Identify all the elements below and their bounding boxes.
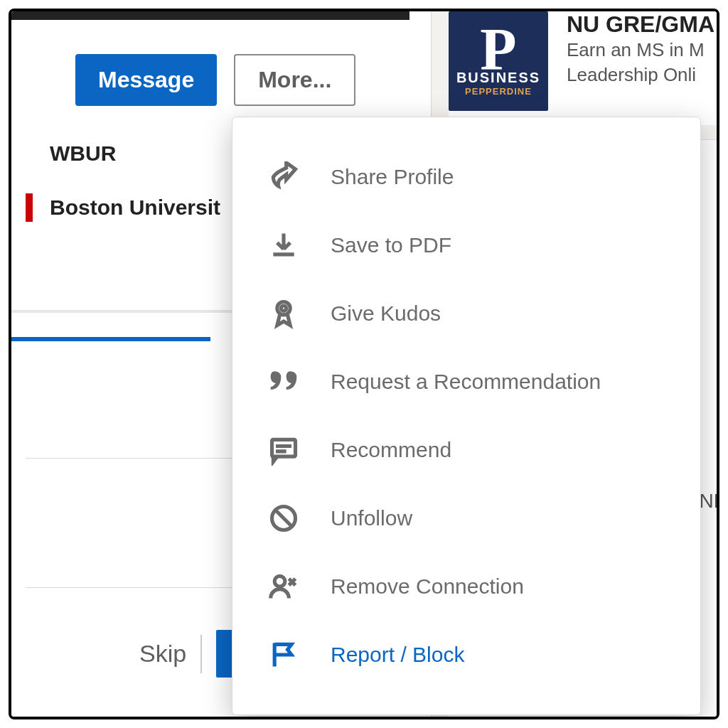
remove-user-icon [268, 571, 299, 602]
svg-point-1 [281, 306, 286, 311]
flag-icon [268, 639, 299, 670]
more-button[interactable]: More... [234, 54, 355, 106]
download-icon [268, 230, 299, 261]
ad-line: Earn an MS in M [567, 38, 714, 63]
org-logo-icon [26, 193, 33, 222]
menu-label: Remove Connection [331, 574, 524, 599]
ad-logo-subtext: PEPPERDINE [465, 86, 532, 97]
quote-icon [268, 366, 299, 397]
menu-label: Request a Recommendation [331, 370, 601, 394]
skip-button[interactable]: Skip [139, 640, 186, 668]
header-strip [11, 11, 410, 20]
org-name: WBUR [50, 141, 116, 166]
app-frame: Message More... WBUR Boston Universit Sk… [9, 9, 719, 719]
org-name: Boston Universit [50, 196, 220, 220]
ad-line: Leadership Onli [567, 63, 714, 87]
menu-label: Share Profile [331, 165, 454, 189]
menu-save-pdf[interactable]: Save to PDF [232, 211, 700, 279]
message-button[interactable]: Message [75, 54, 217, 106]
menu-request-recommendation[interactable]: Request a Recommendation [232, 348, 700, 416]
menu-label: Recommend [331, 438, 451, 462]
svg-point-4 [274, 576, 285, 587]
menu-label: Save to PDF [331, 233, 451, 257]
ad-logo-letter: P [480, 26, 516, 73]
sponsored-ad[interactable]: P BUSINESS PEPPERDINE NU GRE/GMA Earn an… [449, 11, 717, 125]
divider [200, 635, 202, 673]
more-dropdown-menu: Share Profile Save to PDF Give Kudos Req… [232, 117, 701, 715]
chat-icon [268, 434, 299, 466]
active-tab-indicator [11, 337, 210, 341]
menu-share-profile[interactable]: Share Profile [232, 143, 700, 211]
menu-label: Report / Block [331, 643, 464, 667]
ad-copy: NU GRE/GMA Earn an MS in M Leadership On… [567, 11, 714, 125]
svg-rect-2 [272, 439, 296, 456]
menu-give-kudos[interactable]: Give Kudos [232, 279, 700, 348]
menu-remove-connection[interactable]: Remove Connection [232, 552, 700, 621]
block-icon [268, 503, 299, 534]
svg-point-0 [277, 302, 290, 315]
ribbon-icon [268, 298, 299, 329]
menu-label: Give Kudos [331, 301, 441, 326]
ad-title: NU GRE/GMA [567, 11, 714, 38]
ad-logo-icon: P BUSINESS PEPPERDINE [449, 11, 548, 111]
org-logo-icon [26, 139, 33, 168]
menu-recommend[interactable]: Recommend [232, 416, 700, 484]
ad-logo-text: BUSINESS [456, 70, 540, 86]
menu-report-block[interactable]: Report / Block [232, 621, 700, 689]
share-icon [268, 161, 299, 193]
menu-unfollow[interactable]: Unfollow [232, 484, 700, 552]
menu-label: Unfollow [331, 506, 412, 530]
profile-actions: Message More... [75, 54, 355, 106]
